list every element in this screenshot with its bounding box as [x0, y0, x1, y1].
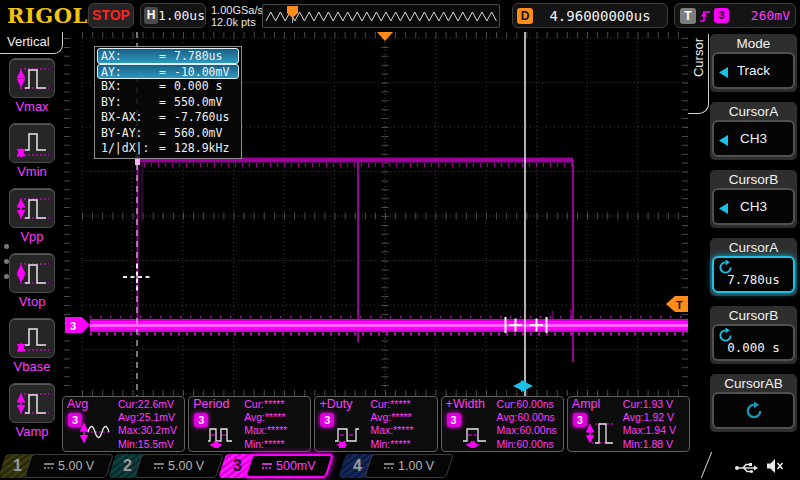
- softkey-mode[interactable]: Mode Track: [710, 34, 797, 92]
- measure-item-vmax[interactable]: Vmax: [0, 58, 64, 114]
- memory-depth: 12.0k pts: [211, 16, 263, 28]
- measure-item-label: Vtop: [0, 294, 64, 309]
- trigger-label: T: [680, 8, 696, 24]
- channel-1-tag[interactable]: 1 5.00 V: [2, 454, 110, 478]
- horizontal-scale-value: 1.00us: [158, 8, 205, 23]
- readout-row-by: BY:=550.0mV: [97, 95, 239, 111]
- trigger-status-box[interactable]: T 3 260mV: [674, 3, 796, 28]
- sample-rate: 1.00GSa/s: [211, 4, 263, 16]
- readout-row-freq: 1/|dX|:=128.9kHz: [97, 141, 239, 157]
- measure-item-vtop[interactable]: Vtop: [0, 253, 64, 309]
- duty-icon: [331, 418, 365, 448]
- vmax-icon: [12, 61, 52, 95]
- channel-2-scale: 5.00 V: [134, 454, 224, 478]
- measurement-panel-width[interactable]: +Width 3 Cur:60.00ns Avg:60.00ns Max:60.…: [441, 396, 564, 452]
- divider: [701, 452, 712, 478]
- horizontal-scale-box[interactable]: H 1.00us: [140, 3, 206, 28]
- softkey-cursor-b-position[interactable]: CursorB 0.000 s: [710, 306, 797, 364]
- measurement-panel-duty[interactable]: +Duty 3 Cur:***** Avg:***** Max:***** Mi…: [314, 396, 437, 452]
- readout-row-ax: AX:=7.780us: [97, 48, 239, 64]
- readout-row-byay: BY-AY:=560.0mV: [97, 126, 239, 142]
- waveform-preview[interactable]: [262, 4, 500, 28]
- preview-waveform: [266, 12, 496, 21]
- ch3-trace: [90, 156, 688, 362]
- softkey-cursor-ab[interactable]: CursorAB: [710, 374, 797, 432]
- delay-label: D: [517, 8, 533, 24]
- trigger-source-badge: 3: [714, 8, 729, 23]
- readout-row-ay: AY:=-10.00mV: [97, 64, 239, 80]
- softkey-cursor-b-source[interactable]: CursorB CH3: [710, 170, 797, 228]
- channel-2-tag[interactable]: 2 5.00 V: [112, 454, 220, 478]
- measurement-strip: Avg 3 Cur:22.6mV Avg:25.1mV Max:30.2mV M…: [62, 396, 690, 452]
- usb-icon: [734, 460, 758, 478]
- measure-item-label: Vpp: [0, 229, 64, 244]
- trigger-slope-icon: [699, 8, 711, 24]
- measurement-panel-avg[interactable]: Avg 3 Cur:22.6mV Avg:25.1mV Max:30.2mV M…: [62, 396, 185, 452]
- measure-sidebar: Vertical Vmax Vmin: [0, 32, 64, 452]
- svg-text:T: T: [676, 299, 683, 311]
- readout-row-bxax: BX-AX:=-7.760us: [97, 110, 239, 126]
- acquisition-info: 1.00GSa/s 12.0k pts: [211, 4, 263, 28]
- measure-item-label: Vmin: [0, 164, 64, 179]
- trigger-level-value: 260mV: [732, 8, 790, 23]
- avg-icon: [79, 418, 113, 448]
- measurement-panel-period[interactable]: Period 3 Cur:***** Avg:***** Max:***** M…: [188, 396, 311, 452]
- vpp-icon: [12, 191, 52, 225]
- softkey-cursor-a-source[interactable]: CursorA CH3: [710, 102, 797, 160]
- knob-icon: [745, 402, 763, 420]
- knob-icon: [718, 328, 733, 343]
- delay-value: 4.96000000us: [533, 8, 667, 24]
- measure-item-label: Vbase: [0, 359, 64, 374]
- trigger-delay-box[interactable]: D 4.96000000us: [512, 3, 668, 28]
- coupling-icon: [384, 462, 394, 470]
- measure-item-vpp[interactable]: Vpp: [0, 188, 64, 244]
- left-arrow-icon: [719, 203, 728, 214]
- measure-item-label: Vmax: [0, 99, 64, 114]
- left-arrow-icon: [719, 67, 728, 78]
- coupling-icon: [154, 462, 164, 470]
- channel-3-scale: 500mV: [244, 454, 334, 478]
- measure-item-vbase[interactable]: Vbase: [0, 318, 64, 374]
- coupling-icon: [44, 462, 54, 470]
- channel-bar: 1 5.00 V 2 5.00 V 3 500mV 4 1.00 V: [0, 452, 800, 480]
- readout-row-bx: BX:=0.000 s: [97, 79, 239, 95]
- brand-logo: RIGOL: [7, 3, 88, 28]
- measure-category-tab[interactable]: Vertical: [0, 32, 63, 54]
- knob-icon: [718, 260, 733, 275]
- channel-3-marker[interactable]: 3: [65, 317, 90, 333]
- trigger-position-marker[interactable]: [377, 32, 393, 41]
- page-indicator-dots: [4, 234, 9, 289]
- speaker-muted-icon: [766, 458, 784, 478]
- menu-title: Cursor: [689, 38, 708, 77]
- horizontal-label: H: [144, 7, 158, 24]
- period-icon: [205, 418, 239, 448]
- measure-item-vamp[interactable]: Vamp: [0, 383, 64, 439]
- vtop-icon: [12, 256, 52, 290]
- cursor-readout-box: AX:=7.780us AY:=-10.00mV BX:=0.000 s BY:…: [94, 46, 242, 159]
- coupling-icon: [262, 462, 272, 470]
- measure-category-label: Vertical: [0, 32, 50, 52]
- oscilloscope-screen: RIGOL STOP H 1.00us 1.00GSa/s 12.0k pts …: [0, 0, 800, 480]
- width-icon: [458, 418, 492, 448]
- vbase-icon: [12, 321, 52, 355]
- trigger-level-marker[interactable]: T: [666, 296, 688, 312]
- softkey-menu: Cursor Mode Track CursorA CH3 CursorB: [688, 32, 800, 452]
- channel-4-scale: 1.00 V: [364, 454, 454, 478]
- waveform-display: T 3 AX:=7.780us AY:=-10.00mV BX:=0.000 s…: [64, 32, 688, 396]
- ampl-icon: [584, 418, 618, 448]
- left-arrow-icon: [719, 135, 728, 146]
- vamp-icon: [12, 386, 52, 420]
- measure-item-label: Vamp: [0, 424, 64, 439]
- run-state-button[interactable]: STOP: [88, 3, 134, 28]
- svg-text:3: 3: [70, 320, 76, 332]
- channel-4-tag[interactable]: 4 1.00 V: [342, 454, 450, 478]
- measure-item-vmin[interactable]: Vmin: [0, 123, 64, 179]
- softkey-cursor-a-position[interactable]: CursorA 7.780us: [710, 238, 797, 296]
- menu-title-tab: Cursor: [688, 34, 709, 114]
- measurement-panel-ampl[interactable]: Ampl 3 Cur:1.93 V Avg:1.92 V Max:1.94 V …: [567, 396, 690, 452]
- status-bar: RIGOL STOP H 1.00us 1.00GSa/s 12.0k pts …: [0, 0, 800, 32]
- vmin-icon: [12, 126, 52, 160]
- channel-3-tag[interactable]: 3 500mV: [222, 454, 330, 478]
- channel-1-scale: 5.00 V: [24, 454, 114, 478]
